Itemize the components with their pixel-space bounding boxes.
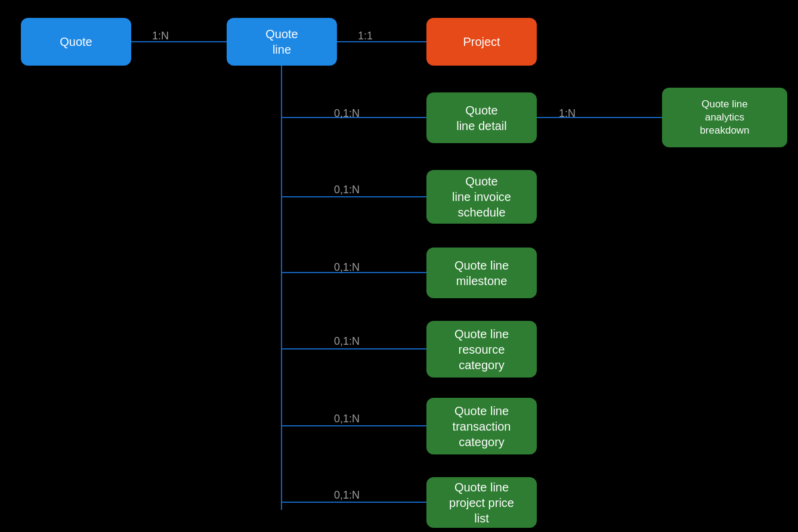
quote-line-invoice-label: Quoteline invoiceschedule: [452, 174, 511, 220]
quote-line-milestone-node: Quote linemilestone: [426, 248, 537, 298]
relation-quoteline-project: 1:1: [358, 30, 373, 42]
quote-line-pricelist-node: Quote lineproject pricelist: [426, 477, 537, 528]
quote-line-resource-node: Quote lineresourcecategory: [426, 321, 537, 378]
quote-line-invoice-node: Quoteline invoiceschedule: [426, 170, 537, 224]
quote-line-analytics-node: Quote lineanalyticsbreakdown: [662, 88, 787, 147]
project-label: Project: [463, 34, 500, 50]
diagram-container: Quote Quoteline Project Quoteline detail…: [0, 0, 798, 532]
relation-quote-quoteline: 1:N: [152, 30, 169, 42]
relation-quoteline-pricelist: 0,1:N: [334, 489, 360, 502]
quote-line-transaction-label: Quote linetransactioncategory: [453, 403, 511, 450]
relation-quoteline-transaction: 0,1:N: [334, 413, 360, 425]
quote-node: Quote: [21, 18, 131, 66]
relation-quoteline-invoice: 0,1:N: [334, 184, 360, 196]
relation-quoteline-milestone: 0,1:N: [334, 261, 360, 274]
quote-line-resource-label: Quote lineresourcecategory: [454, 326, 509, 373]
quote-line-label: Quoteline: [265, 26, 298, 57]
quote-line-detail-label: Quoteline detail: [456, 103, 507, 134]
quote-line-detail-node: Quoteline detail: [426, 92, 537, 143]
quote-line-pricelist-label: Quote lineproject pricelist: [449, 480, 514, 526]
relation-quoteline-resource: 0,1:N: [334, 335, 360, 348]
relation-detail-analytics: 1:N: [559, 107, 576, 120]
relation-quoteline-detail: 0,1:N: [334, 107, 360, 120]
quote-line-transaction-node: Quote linetransactioncategory: [426, 398, 537, 454]
quote-line-milestone-label: Quote linemilestone: [454, 258, 509, 289]
project-node: Project: [426, 18, 537, 66]
quote-line-node: Quoteline: [227, 18, 337, 66]
quote-label: Quote: [60, 34, 92, 50]
connectors-svg: [0, 0, 798, 532]
quote-line-analytics-label: Quote lineanalyticsbreakdown: [700, 98, 749, 137]
